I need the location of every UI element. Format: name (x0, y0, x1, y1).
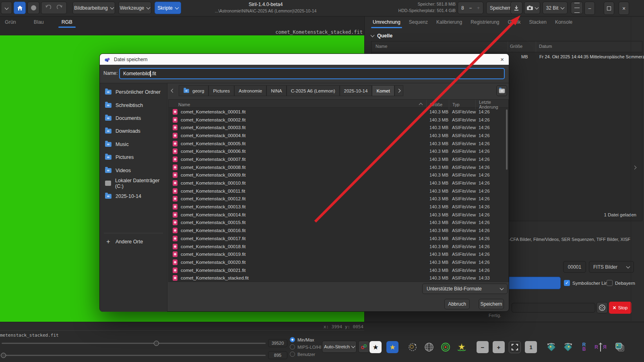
file-list-scrollbar[interactable] (506, 109, 508, 170)
zoom-in-button[interactable]: + (493, 341, 505, 353)
header-name[interactable]: Name (170, 102, 426, 107)
place-item[interactable]: Pictures (100, 151, 167, 164)
place-item[interactable]: Schreibtisch (100, 99, 167, 111)
col-header-name[interactable]: Name (376, 44, 387, 49)
low-slider[interactable] (2, 355, 266, 356)
file-row[interactable]: comet_Kometenstack_00012.fit 140.3 MB AS… (169, 195, 508, 203)
symlink-checkbox[interactable]: ✓ (564, 280, 570, 286)
breadcrumb-current[interactable]: Komet (372, 85, 394, 96)
undo-button[interactable] (45, 5, 51, 11)
file-row[interactable]: comet_Kometenstack_00001.fit 140.3 MB AS… (169, 108, 508, 116)
minmax-radio-row[interactable]: Min/Max (290, 337, 314, 342)
spin-minus-button[interactable]: − (469, 5, 472, 11)
panel-tab[interactable]: Umrechnung (373, 19, 400, 25)
photometry-button[interactable] (440, 341, 452, 353)
col-header-date[interactable]: Datum (539, 44, 552, 49)
channel-link-button[interactable] (358, 341, 369, 353)
record-indicator-button[interactable] (27, 2, 39, 14)
sequence-frames-button[interactable] (614, 341, 626, 353)
file-row[interactable]: comet_Kometenstack_00014.fit 140.3 MB AS… (169, 211, 508, 219)
header-size[interactable]: Größe (426, 100, 449, 109)
panel-tab[interactable]: Kalibrierung (436, 19, 462, 25)
low-value-box[interactable]: 895 (268, 351, 287, 359)
dialog-close-button[interactable]: × (500, 56, 504, 63)
breadcrumb-item[interactable]: Astronomie (234, 85, 266, 96)
channel-tab[interactable]: RGB (58, 19, 76, 25)
filename-input[interactable]: Kometenbild .fit (119, 68, 505, 79)
stop-button[interactable]: × Stop (609, 302, 632, 314)
col-header-size[interactable]: Größe (510, 44, 522, 49)
header-modified[interactable]: Letzte Änderung (475, 100, 509, 109)
threads-spinner[interactable]: 8 − + (458, 2, 483, 14)
place-item[interactable]: Music (100, 138, 167, 151)
breadcrumb-item[interactable]: NINA (266, 85, 286, 96)
file-row[interactable]: comet_Kometenstack_00011.fit 140.3 MB AS… (169, 187, 508, 195)
breadcrumb-item[interactable]: C-2025 A6 (Lemmon) (287, 85, 340, 96)
file-row[interactable]: comet_Kometenstack_stacked.fit 140.3 MB … (169, 274, 508, 282)
menu-werkzeuge[interactable]: Werkzeuge (118, 2, 151, 14)
file-row[interactable]: comet_Kometenstack_00020.fit 140.3 MB AS… (169, 258, 508, 266)
file-row[interactable]: comet_Kometenstack_00004.fit 140.3 MB AS… (169, 132, 508, 140)
place-item[interactable]: Lokaler Datenträger (C:) (100, 177, 167, 190)
zoom-100-button[interactable]: 1 (525, 341, 537, 353)
breadcrumb-item[interactable]: 2025-10-14 (340, 85, 372, 96)
file-row[interactable]: comet_Kometenstack_00006.fit 140.3 MB AS… (169, 147, 508, 155)
high-slider-handle[interactable] (154, 341, 159, 346)
spin-plus-button[interactable]: + (477, 5, 480, 11)
stretch-mode-dropdown[interactable]: Auto-Stretch (322, 341, 357, 353)
file-type-dropdown[interactable]: FITS Bilder (589, 261, 634, 273)
file-row[interactable]: comet_Kometenstack_00019.fit 140.3 MB AS… (169, 250, 508, 258)
path-back-button[interactable] (169, 85, 177, 96)
convert-button[interactable] (503, 277, 561, 289)
user-radio-row[interactable]: Benutzer (290, 352, 315, 357)
panel-tab[interactable]: Registrierung (471, 19, 499, 25)
minimize-button[interactable]: – (584, 2, 595, 15)
file-row[interactable]: comet_Kometenstack_00002.fit 140.3 MB AS… (169, 116, 508, 124)
file-row[interactable]: comet_Kometenstack_00013.fit 140.3 MB AS… (169, 203, 508, 211)
star-detection-button[interactable]: ★ (386, 341, 398, 353)
high-slider[interactable] (2, 343, 266, 344)
bit-depth-dropdown[interactable]: 32 Bit (543, 2, 568, 14)
file-row[interactable]: comet_Kometenstack_00018.fit 140.3 MB AS… (169, 243, 508, 251)
menu-bildbearbeitung[interactable]: Bildbearbeitung (72, 2, 115, 14)
debayer-checkbox[interactable] (607, 280, 613, 286)
low-slider-handle[interactable] (1, 353, 6, 358)
file-row[interactable]: comet_Kometenstack_00017.fit 140.3 MB AS… (169, 234, 508, 243)
file-row[interactable]: comet_Kometenstack_00008.fit 140.3 MB AS… (169, 163, 508, 171)
channel-tab[interactable]: Blau (31, 19, 47, 25)
sequence-index-input[interactable]: 00001 (563, 261, 586, 273)
minmax-radio[interactable] (290, 337, 295, 342)
astrometry-button[interactable] (423, 341, 435, 353)
file-row[interactable]: comet_Kometenstack_00003.fit 140.3 MB AS… (169, 123, 508, 132)
star-align-button[interactable] (456, 341, 468, 353)
mask-star-button[interactable]: ★ (369, 341, 382, 353)
new-folder-button[interactable] (496, 85, 507, 96)
panel-tab[interactable]: Sequenz (409, 19, 428, 25)
close-button[interactable]: × (619, 2, 629, 15)
place-item[interactable]: Downloads (100, 125, 167, 138)
file-row[interactable]: comet_Kometenstack_00010.fit 140.3 MB AS… (169, 179, 508, 187)
home-button[interactable] (14, 2, 26, 14)
film-sequence-button[interactable] (597, 302, 608, 313)
breadcrumb-root[interactable]: georg (179, 85, 208, 96)
zoom-out-button[interactable]: − (477, 341, 489, 353)
channel-tab[interactable]: Grün (2, 19, 19, 25)
source-section-header[interactable]: Quelle (371, 33, 392, 39)
orbit-button[interactable] (407, 341, 419, 353)
panel-tab[interactable]: Konsole (555, 19, 572, 25)
mips-radio[interactable] (290, 344, 295, 350)
open-dropdown-button[interactable] (1, 2, 12, 14)
file-row[interactable]: comet_Kometenstack_00005.fit 140.3 MB AS… (169, 140, 508, 148)
fit-view-button[interactable] (509, 341, 521, 353)
high-value-box[interactable]: 39520 (268, 339, 287, 347)
snapshot-button[interactable] (524, 2, 540, 14)
symlink-option[interactable]: ✓ Symbolischer Link (564, 280, 610, 286)
path-forward-button[interactable] (394, 85, 403, 96)
file-row[interactable]: comet_Kometenstack_00016.fit 140.3 MB AS… (169, 226, 508, 234)
cancel-button[interactable]: Abbruch (444, 299, 470, 309)
save-as-button[interactable] (510, 2, 522, 14)
user-radio[interactable] (290, 352, 295, 357)
other-places-item[interactable]: + Andere Orte (100, 235, 167, 248)
file-row[interactable]: comet_Kometenstack_00009.fit 140.3 MB AS… (169, 171, 508, 179)
mips-radio-row[interactable]: MIPS-LO/HI (290, 344, 321, 350)
